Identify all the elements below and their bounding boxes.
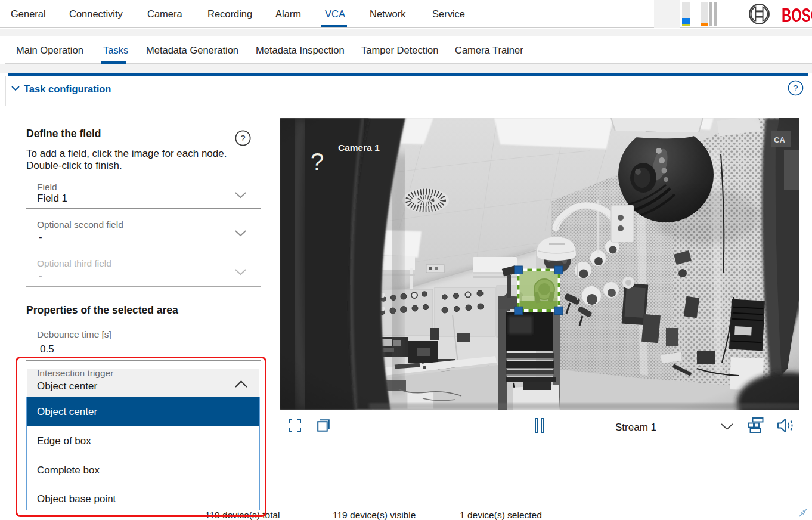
svg-text:?: ? [793,83,798,93]
svg-text:?: ? [240,133,245,143]
